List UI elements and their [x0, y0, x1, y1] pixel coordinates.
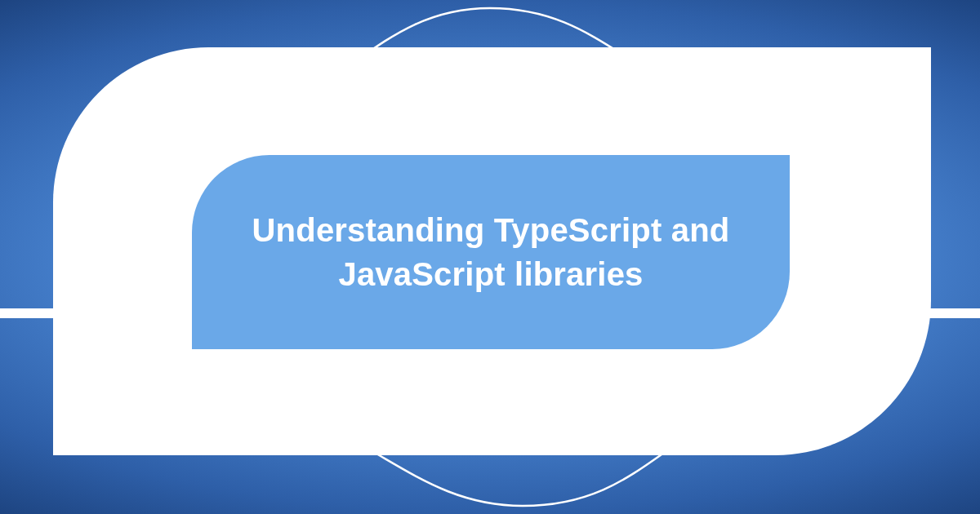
hero-title: Understanding TypeScript and JavaScript … — [233, 208, 749, 296]
decorative-curve-bottom — [212, 392, 784, 514]
inner-panel: Understanding TypeScript and JavaScript … — [192, 155, 790, 349]
